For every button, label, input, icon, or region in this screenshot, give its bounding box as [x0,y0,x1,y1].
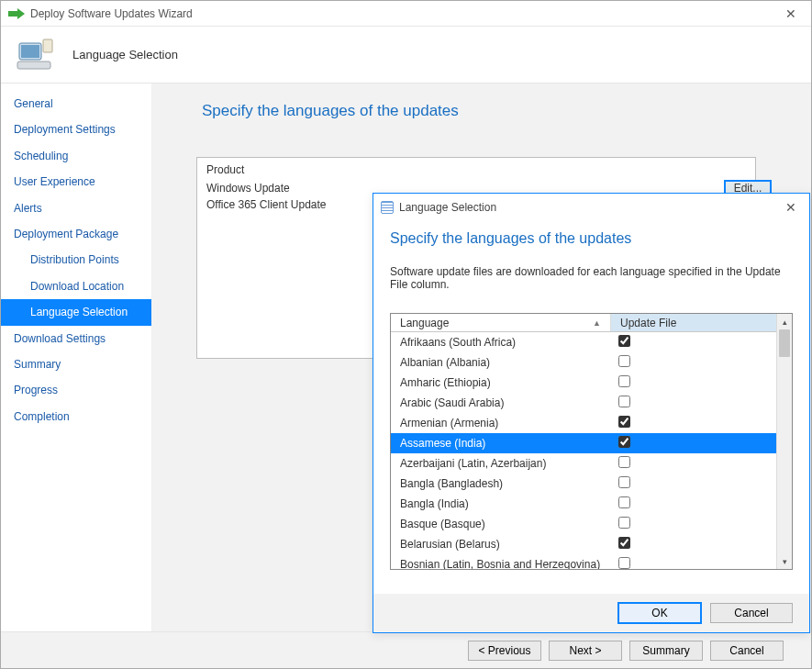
language-name-cell: Bangla (India) [391,497,611,510]
wizard-footer: < Previous Next > Summary Cancel [1,631,811,668]
language-row[interactable]: Afrikaans (South Africa) [391,332,776,352]
update-file-checkbox[interactable] [618,396,630,407]
nav-item[interactable]: Deployment Settings [1,117,151,142]
nav-item[interactable]: Scheduling [1,143,151,169]
window-title: Deploy Software Updates Wizard [30,7,193,20]
update-file-checkbox[interactable] [618,517,630,529]
nav-item[interactable]: Download Location [1,273,151,299]
update-file-checkbox[interactable] [618,537,630,549]
update-file-checkbox[interactable] [618,335,630,347]
scroll-down-icon[interactable]: ▾ [777,553,792,569]
next-button[interactable]: Next > [549,641,622,661]
svg-rect-4 [17,61,50,69]
nav-item[interactable]: Alerts [1,195,151,221]
dialog-description: Software update files are downloaded for… [390,265,793,291]
language-row[interactable]: Basque (Basque) [391,514,776,534]
nav-item-label: Download Location [30,280,124,293]
summary-button[interactable]: Summary [629,641,703,661]
wizard-nav-sidebar: GeneralDeployment SettingsSchedulingUser… [1,84,152,631]
nav-item-label: Scheduling [14,150,68,162]
dialog-body: Specify the languages of the updates Sof… [373,221,809,594]
update-file-cell [611,456,776,471]
update-file-cell [611,517,776,531]
language-column-header[interactable]: Language ▲ [391,314,611,331]
nav-item-label: Deployment Package [14,228,118,240]
update-file-checkbox[interactable] [618,375,630,387]
nav-item[interactable]: Deployment Package [1,221,151,247]
dialog-close-icon[interactable]: ✕ [780,198,802,217]
update-file-checkbox[interactable] [618,456,630,468]
dialog-title: Language Selection [399,201,496,214]
language-selection-dialog: Language Selection ✕ Specify the languag… [373,193,810,633]
nav-item-label: General [14,97,53,110]
nav-item[interactable]: User Experience [1,169,151,195]
language-name-cell: Albanian (Albania) [391,356,611,369]
wizard-arrow-icon [8,7,25,20]
dialog-title-bar: Language Selection ✕ [373,194,809,221]
language-name-cell: Amharic (Ethiopia) [391,376,611,389]
language-name-cell: Bosnian (Latin, Bosnia and Herzegovina) [391,558,611,569]
nav-item[interactable]: Language Selection [1,299,151,325]
title-bar: Deploy Software Updates Wizard ✕ [1,1,811,27]
update-file-checkbox[interactable] [618,436,630,448]
update-file-cell [611,436,776,451]
nav-item-label: Distribution Points [30,253,119,266]
scroll-thumb[interactable] [779,329,790,357]
svg-rect-3 [21,45,39,58]
nav-item[interactable]: General [1,91,151,117]
sort-asc-icon: ▲ [593,318,601,328]
language-row[interactable]: Albanian (Albania) [391,352,776,373]
language-name-cell: Afrikaans (South Africa) [391,336,611,349]
language-name-cell: Belarusian (Belarus) [391,538,611,551]
language-row[interactable]: Assamese (India) [391,433,776,453]
dialog-icon [381,201,394,214]
dialog-ok-button[interactable]: OK [618,603,701,623]
computer-icon [16,36,54,74]
update-file-checkbox[interactable] [618,557,630,569]
product-column-header: Product [206,163,746,180]
language-row[interactable]: Bangla (India) [391,494,776,514]
language-row[interactable]: Amharic (Ethiopia) [391,373,776,393]
nav-item[interactable]: Download Settings [1,326,151,351]
cancel-button[interactable]: Cancel [710,641,784,661]
nav-item[interactable]: Summary [1,351,151,377]
language-row[interactable]: Belarusian (Belarus) [391,534,776,554]
update-file-checkbox[interactable] [618,476,630,488]
language-name-cell: Bangla (Bangladesh) [391,477,611,490]
update-file-checkbox[interactable] [618,355,630,367]
dialog-heading: Specify the languages of the updates [390,230,793,247]
scroll-track[interactable] [777,329,792,553]
update-file-cell [611,375,776,390]
language-name-cell: Basque (Basque) [391,518,611,530]
language-name-cell: Armenian (Armenia) [391,417,611,429]
language-row[interactable]: Arabic (Saudi Arabia) [391,393,776,413]
language-row[interactable]: Bosnian (Latin, Bosnia and Herzegovina) [391,554,776,569]
language-row[interactable]: Armenian (Armenia) [391,413,776,433]
nav-item[interactable]: Completion [1,404,151,429]
nav-item[interactable]: Progress [1,377,151,403]
page-title: Language Selection [72,48,178,61]
language-row[interactable]: Azerbaijani (Latin, Azerbaijan) [391,453,776,474]
language-name-cell: Arabic (Saudi Arabia) [391,396,611,409]
update-file-checkbox[interactable] [618,416,630,428]
scroll-up-icon[interactable]: ▴ [777,314,792,329]
dialog-cancel-button[interactable]: Cancel [710,603,793,623]
nav-item-label: Alerts [14,202,42,215]
main-heading: Specify the languages of the updates [202,102,789,120]
nav-item[interactable]: Distribution Points [1,247,151,273]
update-file-cell [611,335,776,350]
language-table-header: Language ▲ Update File [391,314,776,332]
language-column-label: Language [400,317,449,329]
dialog-footer: OK Cancel [373,594,809,632]
language-scrollbar[interactable]: ▴ ▾ [776,314,792,569]
nav-item-label: Download Settings [14,332,106,345]
update-file-column-header[interactable]: Update File [611,314,776,331]
svg-marker-1 [17,8,25,19]
language-row[interactable]: Bangla (Bangladesh) [391,474,776,494]
update-file-cell [611,355,776,370]
language-rows-container: Afrikaans (South Africa)Albanian (Albani… [391,332,776,569]
update-file-checkbox[interactable] [618,496,630,508]
previous-button[interactable]: < Previous [468,641,541,661]
update-file-column-label: Update File [620,317,676,329]
close-icon[interactable]: ✕ [778,5,804,23]
